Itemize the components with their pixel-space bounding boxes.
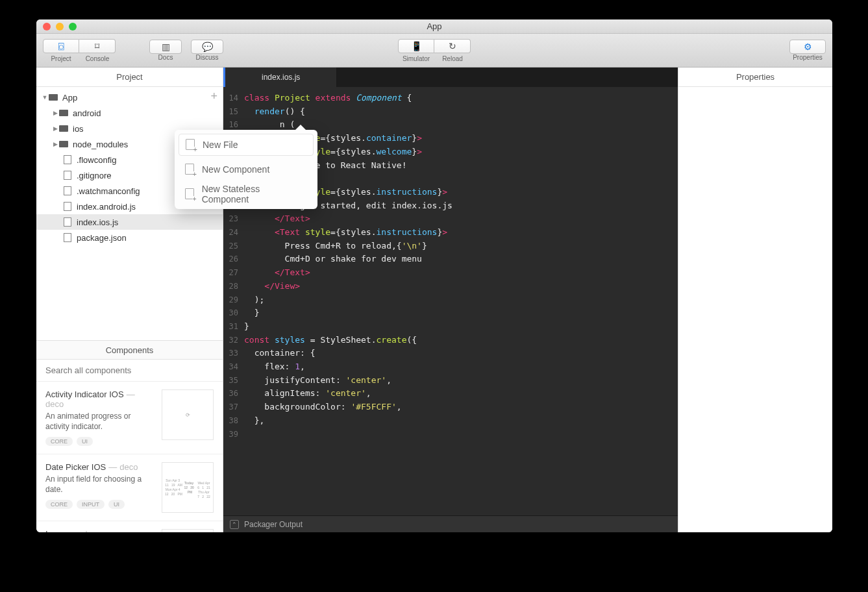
component-title: Activity Indicator IOS—deco xyxy=(45,389,155,409)
component-title: Image—deco xyxy=(45,529,155,532)
component-thumbnail: Sun Apr 3 11 19 AM Mon Apr 4 12 20 PM To… xyxy=(162,462,214,513)
tree-root-label: App xyxy=(62,93,77,103)
caret-right-icon: ▶ xyxy=(52,125,58,132)
folder-icon xyxy=(58,108,69,117)
console-button[interactable]: ⌑ xyxy=(79,39,116,53)
tree-label: .watchmanconfig xyxy=(77,186,140,196)
tree-label: index.android.js xyxy=(77,202,136,212)
new-file-icon xyxy=(185,164,195,175)
caret-right-icon: ▶ xyxy=(52,141,58,147)
tree-folder[interactable]: ▶ android xyxy=(36,105,223,121)
component-desc: An input field for choosing a date. xyxy=(45,475,155,495)
toolbar: ⌼ ⌑ Project Console ▥ Docs 💬 Discuss 📱 ↻… xyxy=(36,34,832,68)
tag: CORE xyxy=(45,500,73,509)
tag: INPUT xyxy=(77,500,105,509)
tab-bar: index.ios.js xyxy=(223,68,678,87)
status-text: Packager Output xyxy=(244,520,303,529)
project-button[interactable]: ⌼ xyxy=(43,39,79,53)
simulator-button[interactable]: 📱 xyxy=(398,39,434,53)
component-item[interactable]: Activity Indicator IOS—deco An animated … xyxy=(36,382,223,454)
tag: CORE xyxy=(45,437,73,446)
folder-icon xyxy=(48,93,58,102)
popover-item-new-stateless[interactable]: New Stateless Component xyxy=(179,183,314,205)
properties-label: Properties xyxy=(789,54,826,61)
file-icon xyxy=(62,186,73,195)
main-content: Project + ▼ App ▶ android ▶ ios xyxy=(36,68,832,532)
component-tags: CORE INPUT UI xyxy=(45,500,155,509)
new-file-popover: New File New Component New Stateless Com… xyxy=(175,130,317,209)
popover-item-new-file[interactable]: New File xyxy=(179,134,314,156)
properties-panel: Properties xyxy=(678,68,832,532)
folder-icon xyxy=(58,124,69,133)
tree-label: ios xyxy=(73,124,84,134)
app-window: App ⌼ ⌑ Project Console ▥ Docs 💬 Discuss… xyxy=(36,19,832,532)
popover-item-new-component[interactable]: New Component xyxy=(179,158,314,180)
tree-label: android xyxy=(73,108,101,118)
file-icon xyxy=(62,217,73,227)
popover-label: New File xyxy=(203,140,238,150)
add-file-button[interactable]: + xyxy=(210,90,217,103)
component-thumbnail xyxy=(162,529,214,532)
tree-label: node_modules xyxy=(73,140,128,149)
components-header: Components xyxy=(36,340,223,360)
component-thumbnail: ⟳ xyxy=(162,389,214,440)
file-icon xyxy=(62,155,73,164)
components-list: Activity Indicator IOS—deco An animated … xyxy=(36,382,223,532)
component-item[interactable]: Date Picker IOS—deco An input field for … xyxy=(36,454,223,521)
chevron-up-icon[interactable]: ⌃ xyxy=(230,520,239,529)
reload-label: Reload xyxy=(434,55,471,62)
tree-root[interactable]: ▼ App xyxy=(36,90,223,105)
components-search xyxy=(36,360,223,382)
tree-file-selected[interactable]: index.ios.js xyxy=(36,214,223,230)
new-file-icon xyxy=(185,188,195,200)
simulator-label: Simulator xyxy=(398,55,434,62)
component-desc: An animated progress or activity indicat… xyxy=(45,412,155,432)
tab-active[interactable]: index.ios.js xyxy=(225,68,337,87)
properties-header: Properties xyxy=(678,68,832,87)
toolbar-right-group: ⚙ Properties xyxy=(789,40,826,61)
titlebar: App xyxy=(36,19,832,34)
discuss-group: 💬 Discuss xyxy=(191,40,223,61)
status-bar: ⌃ Packager Output xyxy=(223,515,678,532)
discuss-label: Discuss xyxy=(191,54,223,61)
properties-button[interactable]: ⚙ xyxy=(789,40,826,54)
file-tree: + ▼ App ▶ android ▶ ios ▶ xyxy=(36,87,223,340)
tree-label: .flowconfig xyxy=(77,155,116,165)
toolbar-center: 📱 ↻ Simulator Reload xyxy=(398,39,471,62)
popover-label: New Component xyxy=(202,164,269,175)
component-tags: CORE UI xyxy=(45,437,155,446)
tree-file[interactable]: package.json xyxy=(36,230,223,245)
new-file-icon xyxy=(186,139,196,151)
folder-icon xyxy=(58,140,69,149)
search-input[interactable] xyxy=(45,365,214,375)
file-icon xyxy=(62,233,73,242)
popover-label: New Stateless Component xyxy=(202,184,307,204)
component-item[interactable]: Image—deco xyxy=(36,521,223,532)
tag: UI xyxy=(108,500,125,509)
tree-label: package.json xyxy=(77,233,127,243)
tree-label: index.ios.js xyxy=(77,217,118,227)
tree-label: .gitignore xyxy=(77,171,111,180)
toolbar-left-group: ⌼ ⌑ Project Console xyxy=(43,39,116,62)
docs-label: Docs xyxy=(149,54,182,61)
console-label: Console xyxy=(79,55,116,62)
caret-down-icon: ▼ xyxy=(42,94,48,101)
project-label: Project xyxy=(43,55,79,62)
component-title: Date Picker IOS—deco xyxy=(45,462,155,472)
caret-right-icon: ▶ xyxy=(52,110,58,116)
file-icon xyxy=(62,202,73,211)
docs-button[interactable]: ▥ xyxy=(149,40,182,54)
file-icon xyxy=(62,171,73,180)
tag: UI xyxy=(77,437,93,446)
docs-group: ▥ Docs xyxy=(149,40,182,61)
discuss-button[interactable]: 💬 xyxy=(191,40,223,54)
project-panel-header: Project xyxy=(36,68,223,87)
window-title: App xyxy=(36,21,832,31)
reload-button[interactable]: ↻ xyxy=(434,39,471,53)
